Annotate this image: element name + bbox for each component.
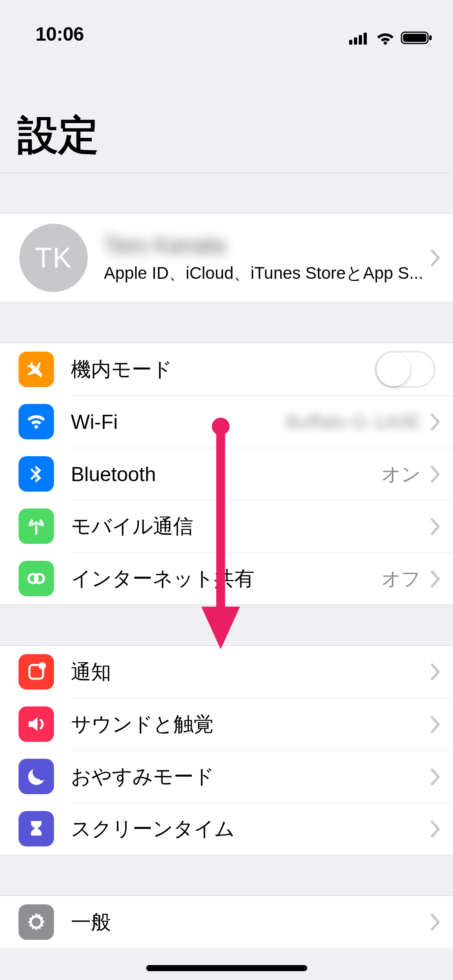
airplane-mode-toggle[interactable] [375,351,435,388]
wifi-label: Wi-Fi [71,410,286,434]
svg-rect-7 [429,35,432,40]
sounds-label: サウンドと触覚 [71,711,430,738]
cellular-icon [19,509,54,544]
home-indicator [146,965,307,971]
dnd-row[interactable]: おやすみモード [0,750,453,803]
profile-subtitle: Apple ID、iCloud、iTunes StoreとApp S... [104,262,430,284]
bluetooth-value: オン [381,461,421,487]
cellular-signal-icon [349,31,370,45]
bluetooth-label: Bluetooth [71,463,381,486]
gear-icon [19,904,54,940]
general-label: 一般 [71,909,430,936]
svg-rect-0 [349,40,352,45]
apple-id-row[interactable]: TK Taro Kanata Apple ID、iCloud、iTunes St… [0,214,453,302]
svg-rect-1 [354,37,357,45]
page-header: 設定 [0,52,453,173]
chevron-right-icon [430,465,441,483]
connectivity-group: 機内モード Wi-Fi Buffalo-G-1A0E Bluetooth オン … [0,343,453,605]
svg-point-4 [384,41,387,45]
hotspot-icon [19,561,54,596]
notifications-group: 通知 サウンドと触覚 おやすみモード スクリーンタイム [0,645,453,855]
svg-point-14 [39,662,46,669]
chevron-right-icon [430,249,441,267]
notifications-label: 通知 [71,659,430,686]
notifications-icon [19,654,54,690]
chevron-right-icon [430,413,441,431]
svg-rect-6 [403,34,426,42]
hotspot-label: インターネット共有 [71,565,381,592]
bluetooth-row[interactable]: Bluetooth オン [0,448,453,500]
status-indicators [349,31,433,45]
hourglass-icon [19,811,54,846]
svg-rect-9 [35,526,37,535]
wifi-status-icon [376,31,395,45]
airplane-icon [19,352,54,387]
airplane-mode-label: 機内モード [71,356,375,383]
chevron-right-icon [430,716,441,733]
wifi-row[interactable]: Wi-Fi Buffalo-G-1A0E [0,395,453,448]
avatar: TK [19,224,88,292]
general-group: 一般 [0,896,453,948]
notifications-row[interactable]: 通知 [0,646,453,698]
page-title: 設定 [18,109,435,163]
hotspot-row[interactable]: インターネット共有 オフ [0,552,453,605]
general-row[interactable]: 一般 [0,896,453,948]
sounds-icon [19,706,54,742]
battery-icon [401,31,433,45]
chevron-right-icon [430,913,441,931]
wifi-icon [19,404,54,439]
wifi-value: Buffalo-G-1A0E [286,411,421,433]
screentime-label: スクリーンタイム [71,815,430,842]
svg-point-15 [33,919,39,925]
screentime-row[interactable]: スクリーンタイム [0,803,453,855]
svg-rect-3 [364,33,367,45]
hotspot-value: オフ [381,566,421,592]
chevron-right-icon [430,820,441,838]
moon-icon [19,759,54,794]
chevron-right-icon [430,768,441,786]
chevron-right-icon [430,570,441,588]
bluetooth-icon [19,456,54,492]
cellular-label: モバイル通信 [71,513,430,540]
svg-point-8 [34,425,38,428]
chevron-right-icon [430,663,441,681]
profile-group: TK Taro Kanata Apple ID、iCloud、iTunes St… [0,213,453,303]
status-time: 10:06 [35,23,84,45]
profile-name: Taro Kanata [104,232,430,258]
svg-point-10 [34,521,38,525]
svg-rect-2 [359,35,362,45]
status-bar: 10:06 [0,0,453,52]
dnd-label: おやすみモード [71,763,430,790]
cellular-row[interactable]: モバイル通信 [0,500,453,552]
chevron-right-icon [430,518,441,535]
sounds-row[interactable]: サウンドと触覚 [0,698,453,750]
airplane-mode-row[interactable]: 機内モード [0,343,453,395]
